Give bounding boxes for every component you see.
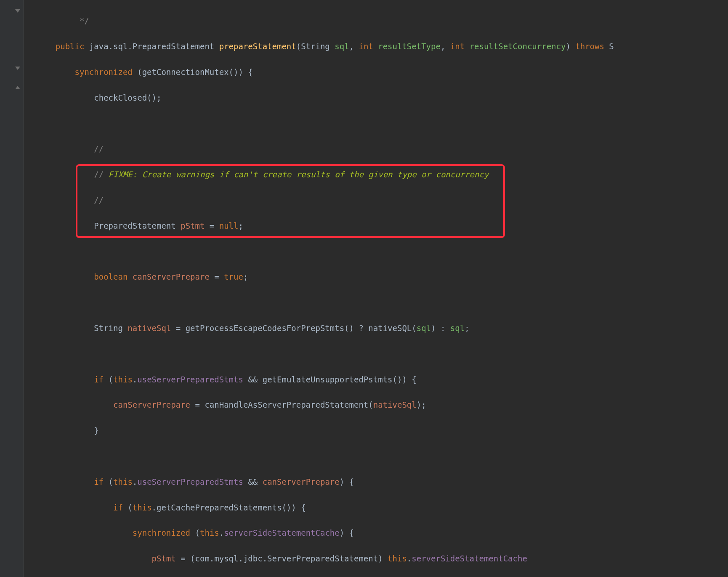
code-line[interactable]: // [36,142,728,155]
code-line[interactable]: */ [36,14,728,27]
code-line[interactable]: synchronized (getConnectionMutex()) { [36,66,728,78]
code-line[interactable]: String nativeSql = getProcessEscapeCodes… [36,322,728,334]
fold-end-icon[interactable] [15,86,20,91]
code-line[interactable] [36,450,728,462]
code-line[interactable] [36,117,728,130]
code-line[interactable]: if (this.useServerPreparedStmts && getEm… [36,373,728,386]
code-line[interactable]: public java.sql.PreparedStatement prepar… [36,40,728,53]
code-line[interactable]: boolean canServerPrepare = true; [36,270,728,283]
code-line[interactable]: synchronized (this.serverSideStatementCa… [36,526,728,539]
fold-marker-icon[interactable] [15,9,20,14]
code-line[interactable]: } [36,424,728,437]
code-line[interactable]: pStmt = (com.mysql.jdbc.ServerPreparedSt… [36,552,728,565]
code-editor[interactable]: */ public java.sql.PreparedStatement pre… [24,0,728,577]
code-line[interactable]: canServerPrepare = canHandleAsServerPrep… [36,398,728,411]
code-line[interactable] [36,347,728,360]
code-line[interactable]: if (this.getCachePreparedStatements()) { [36,501,728,514]
code-line[interactable]: checkClosed(); [36,91,728,104]
code-line[interactable] [36,245,728,258]
code-line[interactable] [36,296,728,309]
code-line[interactable]: // [36,194,728,206]
code-line[interactable]: // FIXME: Create warnings if can't creat… [36,168,728,181]
editor-gutter[interactable] [0,0,24,577]
code-line[interactable]: PreparedStatement pStmt = null; [36,219,728,232]
fold-marker-icon[interactable] [15,67,20,72]
code-line[interactable]: if (this.useServerPreparedStmts && canSe… [36,475,728,488]
